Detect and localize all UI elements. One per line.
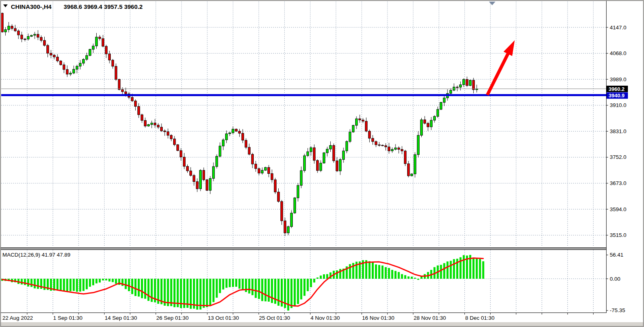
macd-histogram-bar: [300, 279, 302, 299]
macd-histogram-bar: [404, 275, 406, 279]
macd-histogram-bar: [141, 279, 143, 298]
macd-histogram-bar: [112, 279, 114, 282]
macd-histogram-bar: [450, 261, 452, 279]
macd-histogram-bar: [89, 279, 91, 287]
date-tick-label: 13 Oct 01:30: [208, 315, 239, 321]
macd-histogram-bar: [381, 265, 383, 279]
macd-histogram-bar: [73, 279, 75, 291]
macd-histogram-bar: [222, 279, 224, 290]
trendline-price-badge: 3940.9: [607, 93, 628, 99]
macd-histogram-bar: [31, 279, 33, 287]
current-price-badge: 3960.2: [607, 86, 628, 92]
macd-histogram-bar: [463, 255, 465, 279]
macd-histogram-bar: [476, 259, 478, 279]
price-tick-label: 3515.0: [610, 232, 626, 238]
macd-histogram-bar: [43, 279, 46, 290]
macd-histogram-bar: [216, 279, 218, 298]
macd-histogram-bar: [128, 279, 130, 291]
macd-histogram-bar: [388, 268, 390, 279]
date-tick-label: 28 Nov 01:30: [414, 315, 446, 321]
macd-histogram-bar: [369, 261, 371, 279]
macd-histogram-bar: [277, 279, 280, 306]
macd-histogram-bar: [86, 279, 88, 289]
macd-histogram-bar: [453, 259, 455, 279]
macd-histogram-bar: [37, 279, 39, 289]
price-tick-label: 3910.0: [610, 102, 626, 108]
macd-histogram-bar: [24, 279, 26, 285]
macd-histogram-bar: [310, 279, 312, 287]
macd-histogram-bar: [66, 279, 68, 292]
macd-tick-label: -75.35: [610, 307, 625, 313]
macd-histogram-bar: [385, 267, 387, 279]
macd-histogram-bar: [102, 279, 104, 280]
date-tick-label: 14 Sep 01:30: [105, 315, 137, 321]
macd-histogram-bar: [440, 265, 442, 279]
macd-indicator-label: MACD(12,26,9) 41.97 47.89: [2, 252, 70, 258]
macd-histogram-bar: [147, 279, 149, 301]
macd-histogram-bar: [391, 270, 393, 279]
macd-histogram-bar: [115, 279, 117, 284]
macd-histogram-bar: [417, 279, 419, 280]
macd-histogram-bar: [138, 279, 140, 296]
macd-histogram-bar: [235, 279, 237, 287]
macd-histogram-bar: [251, 279, 253, 295]
price-tick-label: 4147.0: [610, 25, 626, 31]
macd-histogram-bar: [297, 279, 299, 304]
macd-histogram-bar: [372, 262, 374, 279]
macd-histogram-bar: [290, 279, 292, 308]
candle-bullish: [294, 197, 296, 214]
candle-bearish: [206, 179, 208, 191]
macd-histogram-bar: [336, 270, 338, 279]
macd-histogram-bar: [304, 279, 306, 296]
candle-bullish: [411, 173, 413, 177]
macd-histogram-bar: [83, 279, 85, 291]
candle-bearish: [118, 79, 120, 90]
macd-histogram-bar: [125, 279, 127, 289]
macd-histogram-bar: [268, 279, 270, 302]
macd-histogram-bar: [375, 264, 377, 279]
candle-bullish: [264, 167, 266, 171]
macd-histogram-bar: [79, 279, 81, 292]
macd-histogram-bar: [378, 265, 380, 279]
price-tick-label: 3594.0: [610, 206, 626, 212]
candle-bullish: [420, 118, 422, 137]
macd-histogram-bar: [56, 279, 58, 290]
mt4-chart-window: 4147.04068.03989.03910.03831.03752.03673…: [0, 0, 644, 327]
macd-histogram-bar: [193, 279, 195, 308]
ohlc-readout: 3968.6 3969.4 3957.5 3960.2: [64, 3, 143, 10]
price-tick-label: 3752.0: [610, 154, 626, 160]
candle-bearish: [274, 178, 276, 194]
macd-histogram-bar: [479, 259, 481, 279]
macd-histogram-bar: [63, 279, 65, 291]
macd-histogram-bar: [482, 261, 484, 279]
macd-histogram-bar: [108, 279, 110, 282]
chart-header: CHINA300-,H4 3968.6 3969.4 3957.5 3960.2: [3, 3, 143, 10]
macd-histogram-bar: [294, 279, 296, 306]
macd-histogram-bar: [105, 279, 107, 280]
candle-bearish: [115, 64, 117, 81]
date-tick-label: 16 Nov 01:30: [362, 315, 394, 321]
macd-histogram-bar: [265, 279, 267, 301]
macd-histogram-bar: [203, 279, 205, 308]
candle-bullish: [352, 125, 354, 133]
macd-histogram-bar: [255, 279, 257, 298]
macd-histogram-bar: [394, 271, 396, 279]
date-tick-label: 8 Dec 01:30: [465, 315, 495, 321]
macd-histogram-bar: [443, 263, 445, 279]
candle-bearish: [333, 144, 335, 163]
candle-bearish: [1, 12, 3, 33]
chart-canvas[interactable]: 4147.04068.03989.03910.03831.03752.03673…: [0, 0, 644, 327]
macd-histogram-bar: [135, 279, 137, 296]
price-tick-label: 3989.0: [610, 76, 626, 82]
candle-bearish: [235, 128, 237, 132]
macd-histogram-bar: [60, 279, 62, 291]
macd-histogram-bar: [209, 279, 211, 306]
macd-histogram-bar: [229, 279, 231, 287]
macd-histogram-bar: [27, 279, 29, 286]
candle-bullish: [440, 102, 442, 110]
macd-histogram-bar: [317, 278, 319, 279]
date-tick-label: 4 Nov 01:30: [311, 315, 340, 321]
macd-tick-label: 56.41: [610, 252, 623, 258]
macd-histogram-bar: [414, 278, 416, 279]
price-tick-label: 4068.0: [610, 50, 626, 56]
